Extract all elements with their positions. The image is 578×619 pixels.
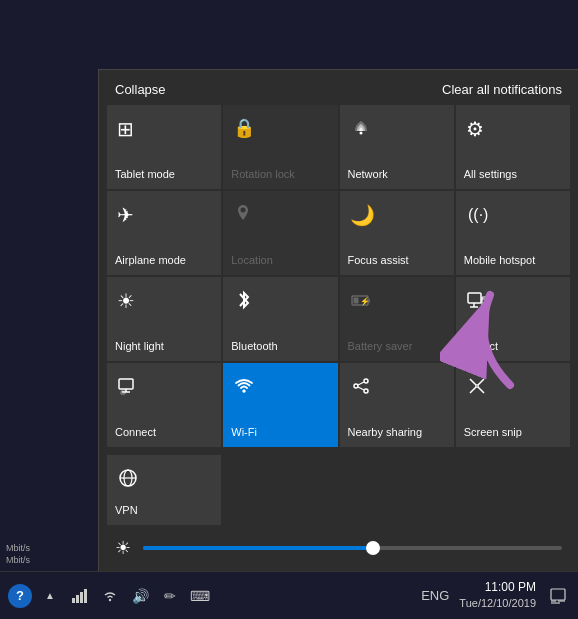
tile-airplane-mode[interactable]: ✈ Airplane mode [107, 191, 221, 275]
screen-snip-icon [466, 375, 488, 402]
rotation-lock-icon: 🔒 [233, 117, 255, 139]
svg-rect-27 [72, 598, 75, 603]
vpn-icon [117, 467, 139, 494]
tile-mobile-hotspot-label: Mobile hotspot [464, 254, 536, 267]
tile-connect[interactable]: Connect [107, 363, 221, 447]
svg-rect-30 [84, 589, 87, 603]
svg-point-16 [243, 390, 246, 393]
tile-rotation-lock-label: Rotation lock [231, 168, 295, 181]
action-center-icon[interactable] [546, 584, 570, 608]
taskbar-left: ? ▲ 🔊 ✏ ⌨ [0, 584, 212, 608]
tile-network[interactable]: Network [340, 105, 454, 189]
help-icon[interactable]: ? [8, 584, 32, 608]
svg-text:⚡: ⚡ [360, 296, 370, 306]
tile-project[interactable]: Project [456, 277, 570, 361]
collapse-button[interactable]: Collapse [115, 82, 166, 97]
connect-icon [117, 375, 139, 402]
volume-icon[interactable]: 🔊 [128, 584, 152, 608]
tile-tablet-mode[interactable]: ⊞ Tablet mode [107, 105, 221, 189]
action-center: Collapse Clear all notifications ⊞ Table… [98, 69, 578, 571]
date-display: Tue/12/10/2019 [459, 596, 536, 611]
all-settings-icon: ⚙ [466, 117, 484, 141]
tile-mobile-hotspot[interactable]: ((·)) Mobile hotspot [456, 191, 570, 275]
tile-screen-snip[interactable]: Screen snip [456, 363, 570, 447]
svg-point-18 [364, 379, 368, 383]
quick-actions-grid: ⊞ Tablet mode 🔒 Rotation lock Network ⚙ … [99, 105, 578, 455]
tile-all-settings[interactable]: ⚙ All settings [456, 105, 570, 189]
tile-vpn-label: VPN [115, 504, 138, 517]
svg-rect-10 [482, 297, 486, 305]
tile-bluetooth-label: Bluetooth [231, 340, 277, 353]
tile-connect-label: Connect [115, 426, 156, 439]
tile-screen-snip-label: Screen snip [464, 426, 522, 439]
project-icon [466, 289, 488, 316]
focus-assist-icon: 🌙 [350, 203, 375, 227]
svg-rect-32 [551, 589, 565, 600]
nearby-sharing-icon [350, 375, 372, 402]
tile-airplane-mode-label: Airplane mode [115, 254, 186, 267]
svg-point-19 [364, 389, 368, 393]
tile-bluetooth[interactable]: Bluetooth [223, 277, 337, 361]
mbit-label: Mbit/sMbit/s [6, 542, 30, 567]
svg-text:((·)): ((·)) [468, 206, 488, 223]
tile-location-label: Location [231, 254, 273, 267]
brightness-icon: ☀ [115, 537, 131, 559]
tile-vpn[interactable]: VPN [107, 455, 221, 525]
svg-point-0 [359, 132, 362, 135]
tile-battery-saver-label: Battery saver [348, 340, 413, 353]
tile-rotation-lock[interactable]: 🔒 Rotation lock [223, 105, 337, 189]
taskbar: ? ▲ 🔊 ✏ ⌨ ENG 11:00 PM Tue/12/ [0, 571, 578, 619]
clear-notifications-button[interactable]: Clear all notifications [442, 82, 562, 97]
tile-wifi-label: Wi-Fi [231, 426, 257, 439]
wifi-icon [233, 375, 255, 402]
svg-rect-28 [76, 595, 79, 603]
airplane-mode-icon: ✈ [117, 203, 134, 227]
location-icon [233, 203, 253, 228]
tablet-mode-icon: ⊞ [117, 117, 134, 141]
tile-location[interactable]: Location [223, 191, 337, 275]
tile-night-light-label: Night light [115, 340, 164, 353]
eng-label[interactable]: ENG [421, 588, 449, 603]
tile-battery-saver[interactable]: ⚡ Battery saver [340, 277, 454, 361]
tile-night-light[interactable]: ☀ Night light [107, 277, 221, 361]
svg-point-17 [354, 384, 358, 388]
tile-wifi[interactable]: Wi-Fi [223, 363, 337, 447]
svg-rect-7 [468, 293, 481, 303]
network-icon [350, 117, 372, 144]
chevron-up-icon[interactable]: ▲ [38, 584, 62, 608]
bluetooth-icon [233, 289, 255, 317]
tile-nearby-sharing-label: Nearby sharing [348, 426, 423, 439]
svg-rect-5 [353, 298, 358, 304]
svg-rect-22 [475, 384, 479, 388]
brightness-track [143, 546, 373, 550]
taskbar-right: ENG 11:00 PM Tue/12/10/2019 [421, 579, 578, 611]
svg-line-20 [358, 382, 364, 385]
night-light-icon: ☀ [117, 289, 135, 313]
tile-project-label: Project [464, 340, 498, 353]
tile-focus-assist-label: Focus assist [348, 254, 409, 267]
svg-rect-29 [80, 592, 83, 603]
network-tray-icon[interactable] [68, 584, 92, 608]
keyboard-icon[interactable]: ⌨ [188, 584, 212, 608]
tile-tablet-mode-label: Tablet mode [115, 168, 175, 181]
svg-point-31 [109, 598, 111, 600]
tile-all-settings-label: All settings [464, 168, 517, 181]
svg-point-1 [241, 208, 246, 213]
tile-nearby-sharing[interactable]: Nearby sharing [340, 363, 454, 447]
tile-focus-assist[interactable]: 🌙 Focus assist [340, 191, 454, 275]
left-strip [0, 0, 90, 571]
taskbar-time[interactable]: 11:00 PM Tue/12/10/2019 [459, 579, 536, 611]
pen-icon[interactable]: ✏ [158, 584, 182, 608]
tile-network-label: Network [348, 168, 388, 181]
brightness-row: ☀ [99, 533, 578, 571]
svg-rect-12 [119, 379, 133, 389]
wifi-tray-icon[interactable] [98, 584, 122, 608]
action-center-header: Collapse Clear all notifications [99, 70, 578, 105]
mobile-hotspot-icon: ((·)) [466, 203, 488, 230]
brightness-thumb[interactable] [366, 541, 380, 555]
time-display: 11:00 PM [459, 579, 536, 596]
brightness-slider[interactable] [143, 546, 562, 550]
battery-saver-icon: ⚡ [350, 289, 372, 315]
svg-line-21 [358, 387, 364, 390]
